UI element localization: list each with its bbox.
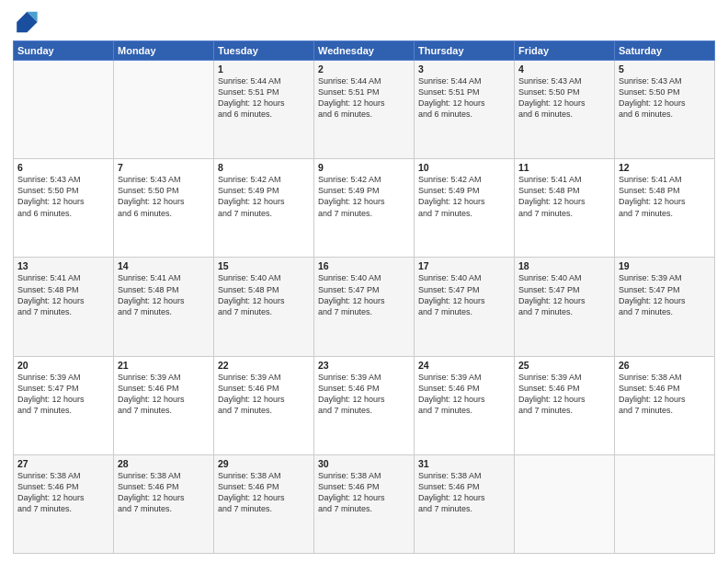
day-info: Sunrise: 5:41 AM Sunset: 5:48 PM Dayligh… <box>619 174 711 219</box>
day-number: 1 <box>218 63 310 75</box>
days-row: SundayMondayTuesdayWednesdayThursdayFrid… <box>14 41 715 61</box>
day-cell: 6Sunrise: 5:43 AM Sunset: 5:50 PM Daylig… <box>14 159 114 258</box>
logo <box>13 9 42 35</box>
day-cell: 2Sunrise: 5:44 AM Sunset: 5:51 PM Daylig… <box>314 61 415 159</box>
day-cell: 19Sunrise: 5:39 AM Sunset: 5:47 PM Dayli… <box>615 258 715 356</box>
day-info: Sunrise: 5:38 AM Sunset: 5:46 PM Dayligh… <box>418 470 510 515</box>
day-info: Sunrise: 5:42 AM Sunset: 5:49 PM Dayligh… <box>218 174 310 219</box>
day-of-week-saturday: Saturday <box>615 41 715 61</box>
day-info: Sunrise: 5:41 AM Sunset: 5:48 PM Dayligh… <box>17 272 109 317</box>
day-number: 13 <box>17 260 109 271</box>
day-info: Sunrise: 5:41 AM Sunset: 5:48 PM Dayligh… <box>118 272 210 317</box>
day-number: 6 <box>17 162 109 173</box>
day-cell: 21Sunrise: 5:39 AM Sunset: 5:46 PM Dayli… <box>114 356 214 454</box>
day-cell: 12Sunrise: 5:41 AM Sunset: 5:48 PM Dayli… <box>615 159 715 258</box>
day-info: Sunrise: 5:39 AM Sunset: 5:46 PM Dayligh… <box>418 372 510 417</box>
day-info: Sunrise: 5:38 AM Sunset: 5:46 PM Dayligh… <box>218 470 310 515</box>
day-number: 9 <box>318 162 410 173</box>
day-cell: 1Sunrise: 5:44 AM Sunset: 5:51 PM Daylig… <box>214 61 314 159</box>
day-number: 31 <box>418 458 510 469</box>
logo-icon <box>13 9 39 35</box>
day-number: 30 <box>318 458 410 469</box>
day-info: Sunrise: 5:42 AM Sunset: 5:49 PM Dayligh… <box>318 174 410 219</box>
day-number: 27 <box>17 458 109 469</box>
day-number: 22 <box>218 360 310 371</box>
day-number: 20 <box>17 360 109 371</box>
day-number: 15 <box>218 260 310 271</box>
day-cell: 11Sunrise: 5:41 AM Sunset: 5:48 PM Dayli… <box>515 159 615 258</box>
day-number: 21 <box>118 360 210 371</box>
day-cell: 25Sunrise: 5:39 AM Sunset: 5:46 PM Dayli… <box>515 356 615 454</box>
day-cell: 31Sunrise: 5:38 AM Sunset: 5:46 PM Dayli… <box>415 454 515 553</box>
day-info: Sunrise: 5:40 AM Sunset: 5:47 PM Dayligh… <box>318 272 410 317</box>
day-info: Sunrise: 5:39 AM Sunset: 5:46 PM Dayligh… <box>518 372 610 417</box>
day-cell: 5Sunrise: 5:43 AM Sunset: 5:50 PM Daylig… <box>615 61 715 159</box>
day-cell: 24Sunrise: 5:39 AM Sunset: 5:46 PM Dayli… <box>415 356 515 454</box>
day-number: 23 <box>318 360 410 371</box>
week-row-2: 6Sunrise: 5:43 AM Sunset: 5:50 PM Daylig… <box>14 159 715 258</box>
day-cell: 14Sunrise: 5:41 AM Sunset: 5:48 PM Dayli… <box>114 258 214 356</box>
day-of-week-wednesday: Wednesday <box>314 41 415 61</box>
day-info: Sunrise: 5:39 AM Sunset: 5:47 PM Dayligh… <box>17 372 109 417</box>
week-row-3: 13Sunrise: 5:41 AM Sunset: 5:48 PM Dayli… <box>14 258 715 356</box>
day-info: Sunrise: 5:39 AM Sunset: 5:47 PM Dayligh… <box>619 272 711 317</box>
day-cell <box>14 61 114 159</box>
day-info: Sunrise: 5:39 AM Sunset: 5:46 PM Dayligh… <box>218 372 310 417</box>
day-cell: 29Sunrise: 5:38 AM Sunset: 5:46 PM Dayli… <box>214 454 314 553</box>
day-number: 3 <box>418 63 510 75</box>
day-info: Sunrise: 5:38 AM Sunset: 5:46 PM Dayligh… <box>17 470 109 515</box>
day-number: 26 <box>619 360 711 371</box>
day-cell: 15Sunrise: 5:40 AM Sunset: 5:48 PM Dayli… <box>214 258 314 356</box>
day-info: Sunrise: 5:39 AM Sunset: 5:46 PM Dayligh… <box>318 372 410 417</box>
day-cell: 17Sunrise: 5:40 AM Sunset: 5:47 PM Dayli… <box>415 258 515 356</box>
day-of-week-tuesday: Tuesday <box>214 41 314 61</box>
calendar-table: SundayMondayTuesdayWednesdayThursdayFrid… <box>13 40 715 554</box>
day-cell: 4Sunrise: 5:43 AM Sunset: 5:50 PM Daylig… <box>515 61 615 159</box>
day-number: 2 <box>318 63 410 75</box>
day-info: Sunrise: 5:43 AM Sunset: 5:50 PM Dayligh… <box>118 174 210 219</box>
day-info: Sunrise: 5:41 AM Sunset: 5:48 PM Dayligh… <box>518 174 610 219</box>
day-cell: 18Sunrise: 5:40 AM Sunset: 5:47 PM Dayli… <box>515 258 615 356</box>
day-number: 8 <box>218 162 310 173</box>
day-info: Sunrise: 5:44 AM Sunset: 5:51 PM Dayligh… <box>418 75 510 121</box>
day-info: Sunrise: 5:42 AM Sunset: 5:49 PM Dayligh… <box>418 174 510 219</box>
day-info: Sunrise: 5:43 AM Sunset: 5:50 PM Dayligh… <box>619 75 711 121</box>
day-cell: 22Sunrise: 5:39 AM Sunset: 5:46 PM Dayli… <box>214 356 314 454</box>
day-of-week-thursday: Thursday <box>415 41 515 61</box>
day-number: 12 <box>619 162 711 173</box>
day-of-week-friday: Friday <box>515 41 615 61</box>
week-row-1: 1Sunrise: 5:44 AM Sunset: 5:51 PM Daylig… <box>14 61 715 159</box>
calendar-body: 1Sunrise: 5:44 AM Sunset: 5:51 PM Daylig… <box>14 61 715 554</box>
day-number: 19 <box>619 260 711 271</box>
day-cell: 28Sunrise: 5:38 AM Sunset: 5:46 PM Dayli… <box>114 454 214 553</box>
day-info: Sunrise: 5:40 AM Sunset: 5:47 PM Dayligh… <box>518 272 610 317</box>
day-cell: 30Sunrise: 5:38 AM Sunset: 5:46 PM Dayli… <box>314 454 415 553</box>
day-cell: 26Sunrise: 5:38 AM Sunset: 5:46 PM Dayli… <box>615 356 715 454</box>
day-number: 5 <box>619 63 711 75</box>
day-of-week-sunday: Sunday <box>14 41 114 61</box>
day-number: 14 <box>118 260 210 271</box>
day-cell: 13Sunrise: 5:41 AM Sunset: 5:48 PM Dayli… <box>14 258 114 356</box>
day-number: 17 <box>418 260 510 271</box>
day-info: Sunrise: 5:44 AM Sunset: 5:51 PM Dayligh… <box>218 75 310 121</box>
day-number: 16 <box>318 260 410 271</box>
calendar-page: SundayMondayTuesdayWednesdayThursdayFrid… <box>0 0 728 563</box>
day-info: Sunrise: 5:38 AM Sunset: 5:46 PM Dayligh… <box>619 372 711 417</box>
day-cell: 10Sunrise: 5:42 AM Sunset: 5:49 PM Dayli… <box>415 159 515 258</box>
day-number: 28 <box>118 458 210 469</box>
day-cell: 20Sunrise: 5:39 AM Sunset: 5:47 PM Dayli… <box>14 356 114 454</box>
day-info: Sunrise: 5:38 AM Sunset: 5:46 PM Dayligh… <box>118 470 210 515</box>
day-number: 10 <box>418 162 510 173</box>
day-info: Sunrise: 5:43 AM Sunset: 5:50 PM Dayligh… <box>17 174 109 219</box>
day-number: 4 <box>518 63 610 75</box>
day-cell <box>515 454 615 553</box>
day-of-week-monday: Monday <box>114 41 214 61</box>
day-number: 11 <box>518 162 610 173</box>
day-info: Sunrise: 5:39 AM Sunset: 5:46 PM Dayligh… <box>118 372 210 417</box>
day-info: Sunrise: 5:40 AM Sunset: 5:48 PM Dayligh… <box>218 272 310 317</box>
calendar-header: SundayMondayTuesdayWednesdayThursdayFrid… <box>14 41 715 61</box>
day-cell: 27Sunrise: 5:38 AM Sunset: 5:46 PM Dayli… <box>14 454 114 553</box>
day-number: 24 <box>418 360 510 371</box>
day-info: Sunrise: 5:38 AM Sunset: 5:46 PM Dayligh… <box>318 470 410 515</box>
day-cell: 7Sunrise: 5:43 AM Sunset: 5:50 PM Daylig… <box>114 159 214 258</box>
